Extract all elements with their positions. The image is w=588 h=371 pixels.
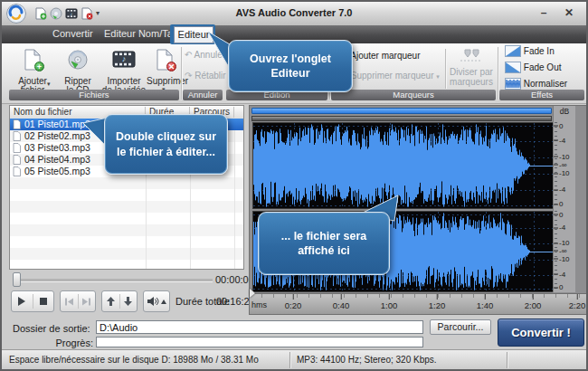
normalize-icon <box>505 78 521 90</box>
title-bar: ♪ ▾ AVS Audio Converter 7.0 – ✕ <box>2 2 586 26</box>
move-group <box>101 290 138 312</box>
undo-icon: ↶ <box>185 50 194 60</box>
add-file-button[interactable]: + Ajouter fichier ▾ <box>11 47 54 89</box>
convert-button[interactable]: Convertir ! <box>498 319 584 347</box>
stop-icon <box>40 298 47 305</box>
status-divider <box>289 352 291 368</box>
undo-button[interactable]: ↶ Annuler <box>185 50 225 60</box>
group-label-fichiers: Fichiers <box>9 90 179 100</box>
file-icon <box>13 119 21 129</box>
seek-handle[interactable] <box>13 272 21 287</box>
group-divider <box>445 49 447 89</box>
fade-out-button[interactable]: Fade Out <box>505 62 561 73</box>
callout-open-editor-tab: Ouvrez l'onglet Editeur <box>228 40 353 92</box>
stop-button[interactable] <box>33 291 54 311</box>
move-down-button[interactable] <box>119 291 137 311</box>
group-label-annuler: Annuler <box>183 90 223 100</box>
prevnext-group <box>60 290 96 312</box>
group-label-effets: Effets <box>499 90 584 100</box>
progress-bar <box>96 337 423 347</box>
arrow-down-icon <box>123 297 133 306</box>
add-file-dropdown-icon[interactable]: ▾ <box>47 81 51 88</box>
volume-icon <box>144 291 169 311</box>
play-icon <box>17 297 26 306</box>
time-ruler[interactable]: hms 0:20 0:40 1:00 1:20 1:40 2:00 2:20 <box>250 293 588 314</box>
minimize-button[interactable]: – <box>534 6 554 19</box>
callout-file-shown-here: ... le fichier sera affiché ici <box>258 212 390 275</box>
import-video-icon: ♪ <box>112 49 136 73</box>
redo-button[interactable]: ↷ Rétablir <box>185 71 226 81</box>
tab-editeur[interactable]: Editeur <box>174 26 213 43</box>
import-video-button[interactable]: ♪ Importer de la vidéo <box>100 47 148 89</box>
db-scale-top: 0 -4 -10 -∞ -10 -4 0 <box>554 122 575 207</box>
group-label-marqueurs: Marqueurs <box>331 90 496 100</box>
arrow-up-icon <box>106 297 116 306</box>
disk-space-status: Espace libre/nécessaire sur le disque D:… <box>9 355 259 365</box>
waveform-scroll-bar[interactable] <box>251 116 552 121</box>
playstop-group <box>11 290 54 312</box>
window-title: AVS Audio Converter 7.0 <box>2 7 586 18</box>
previous-icon <box>64 298 74 306</box>
app-window: ♪ ▾ AVS Audio Converter 7.0 – ✕ Converti… <box>0 0 588 371</box>
next-icon <box>81 298 91 306</box>
previous-button[interactable] <box>61 291 78 311</box>
tab-editeur-nom-tag[interactable]: Editeur Nom/Tag <box>104 28 178 39</box>
waveform-zoom-bar[interactable] <box>251 108 552 114</box>
waveform-left-channel[interactable] <box>252 122 554 209</box>
status-bar: Espace libre/nécessaire sur le disque D:… <box>2 349 586 370</box>
fade-in-icon <box>505 45 521 57</box>
db-scale-bottom: 0 -4 -10 -∞ -10 -4 0 <box>554 211 575 290</box>
callout-double-click-file: Double cliquez sur le fichier à éditer..… <box>104 114 228 175</box>
split-by-markers-icon <box>460 49 483 63</box>
file-icon <box>13 131 21 141</box>
close-button[interactable]: ✕ <box>559 6 579 19</box>
normalize-button[interactable]: Normaliser <box>505 78 567 90</box>
svg-text:♪: ♪ <box>122 54 127 63</box>
volume-popup-icon <box>161 300 166 304</box>
rip-cd-icon <box>67 49 89 74</box>
progress-label: Progrès: <box>9 338 93 348</box>
browse-button[interactable]: Parcourir... <box>430 319 491 335</box>
format-status: MP3: 44100 Hz; Stereo; 320 Kbps. <box>297 355 437 365</box>
output-folder-input[interactable] <box>96 320 423 334</box>
output-folder-label: Dossier de sortie: <box>13 323 90 334</box>
rip-cd-button[interactable]: Ripper le CD <box>58 47 98 89</box>
volume-button[interactable] <box>143 290 170 312</box>
file-icon <box>13 166 21 176</box>
seek-bar[interactable] <box>14 279 213 282</box>
redo-icon: ↷ <box>185 71 194 81</box>
playhead-marker[interactable] <box>250 289 255 298</box>
fade-in-button[interactable]: Fade In <box>505 45 555 57</box>
tab-convertir[interactable]: Convertir <box>52 28 93 39</box>
next-button[interactable] <box>78 291 95 311</box>
db-scale: dB 0 -4 -10 -∞ -10 -4 0 0 -4 -10 -∞ -10 … <box>553 106 575 292</box>
delete-file-button[interactable]: ✕ Supprimer ▾ <box>147 47 183 89</box>
file-icon <box>13 155 21 165</box>
fade-out-icon <box>505 62 521 73</box>
play-button[interactable] <box>12 291 33 311</box>
add-file-icon: + <box>24 49 42 74</box>
file-icon <box>13 143 21 153</box>
remove-marker-button[interactable]: Supprimer marqueur ▾ <box>340 71 440 81</box>
delete-file-icon: ✕ <box>156 49 174 74</box>
status-divider <box>507 352 508 368</box>
split-by-markers-button[interactable]: Diviser par marqueurs <box>448 49 495 87</box>
remove-marker-dropdown-icon: ▾ <box>436 73 440 80</box>
move-up-button[interactable] <box>102 291 119 311</box>
